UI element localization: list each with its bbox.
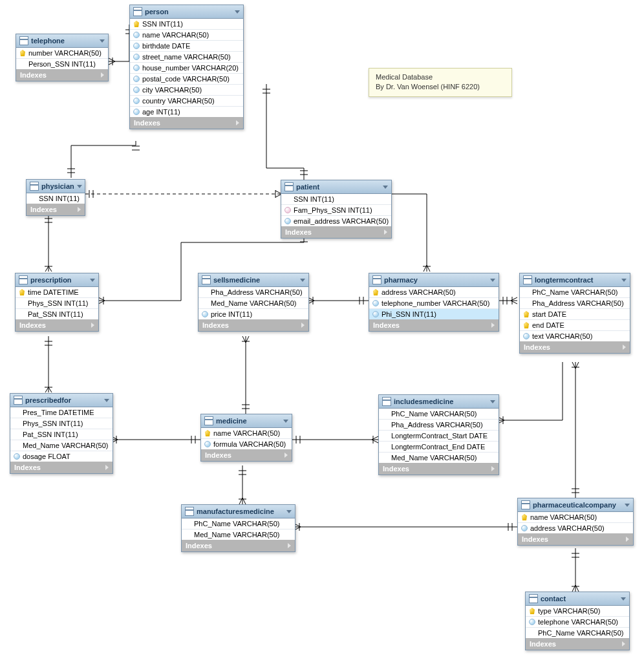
key-icon — [19, 289, 25, 295]
column-row[interactable]: Pha_Address VARCHAR(50) — [520, 298, 630, 309]
column-row[interactable]: Med_Name VARCHAR(50) — [182, 529, 295, 540]
entity-patient[interactable]: patientSSN INT(11)Fam_Phys_SSN INT(11)em… — [281, 180, 392, 239]
column-label: formula VARCHAR(50) — [213, 440, 286, 448]
blank-icon — [19, 61, 26, 67]
entity-title[interactable]: patient — [281, 180, 391, 194]
entity-manufacturesmedicine[interactable]: manufacturesmedicinePhC_Name VARCHAR(50)… — [181, 504, 295, 552]
entity-title[interactable]: pharmaceuticalcompany — [518, 498, 633, 512]
column-row[interactable]: Med_Name VARCHAR(50) — [10, 440, 113, 451]
entity-title[interactable]: sellsmedicine — [199, 273, 308, 287]
indexes-row[interactable]: Indexes — [281, 226, 391, 238]
entity-title[interactable]: physician — [27, 180, 85, 193]
indexes-row[interactable]: Indexes — [130, 117, 243, 129]
column-row[interactable]: postal_code VARCHAR(50) — [130, 74, 243, 85]
column-row[interactable]: Pres_Time DATETIME — [10, 407, 113, 418]
column-row[interactable]: LongtermContract_Start DATE — [379, 431, 499, 442]
column-row[interactable]: country VARCHAR(50) — [130, 96, 243, 107]
entity-title[interactable]: prescription — [16, 273, 98, 287]
entity-title[interactable]: contact — [526, 592, 629, 606]
column-row[interactable]: LongtermContract_End DATE — [379, 442, 499, 453]
column-row[interactable]: name VARCHAR(50) — [130, 30, 243, 41]
entity-title[interactable]: telephone — [16, 34, 108, 48]
column-row[interactable]: PhC_Name VARCHAR(50) — [526, 628, 629, 638]
entity-name: pharmacy — [384, 276, 418, 284]
table-icon — [523, 275, 532, 284]
column-row[interactable]: Pha_Address VARCHAR(50) — [379, 420, 499, 431]
entity-pharmacy[interactable]: pharmacyaddress VARCHAR(50)telephone_num… — [369, 273, 499, 332]
column-row[interactable]: Phi_SSN INT(11) — [369, 309, 499, 319]
entity-prescribedfor[interactable]: prescribedforPres_Time DATETIMEPhys_SSN … — [10, 393, 113, 474]
column-row[interactable]: name VARCHAR(50) — [201, 428, 292, 439]
column-row[interactable]: SSN INT(11) — [27, 193, 85, 204]
indexes-row[interactable]: Indexes — [27, 204, 85, 215]
indexes-row[interactable]: Indexes — [199, 319, 308, 331]
indexes-row[interactable]: Indexes — [520, 341, 630, 353]
column-row[interactable]: Phys_SSN INT(11) — [16, 298, 98, 309]
indexes-row[interactable]: Indexes — [526, 638, 629, 650]
column-row[interactable]: address VARCHAR(50) — [518, 523, 633, 533]
column-row[interactable]: time DATETIME — [16, 287, 98, 298]
entity-contact[interactable]: contacttype VARCHAR(50)telephone VARCHAR… — [525, 592, 630, 650]
column-row[interactable]: Med_Name VARCHAR(50) — [379, 453, 499, 463]
svg-line-53 — [511, 301, 517, 304]
entity-medicine[interactable]: medicinename VARCHAR(50)formula VARCHAR(… — [200, 414, 292, 462]
column-row[interactable]: SSN INT(11) — [281, 194, 391, 205]
column-row[interactable]: Fam_Phys_SSN INT(11) — [281, 205, 391, 216]
column-row[interactable]: name VARCHAR(50) — [518, 512, 633, 523]
entity-title[interactable]: includesmedicine — [379, 395, 499, 409]
column-row[interactable]: birthdate DATE — [130, 41, 243, 52]
column-row[interactable]: number VARCHAR(50) — [16, 48, 108, 59]
column-row[interactable]: Pat_SSN INT(11) — [10, 429, 113, 440]
blank-icon — [19, 300, 25, 306]
indexes-row[interactable]: Indexes — [16, 69, 108, 81]
column-row[interactable]: house_number VARCHAR(20) — [130, 63, 243, 74]
column-row[interactable]: age INT(11) — [130, 107, 243, 117]
column-row[interactable]: telephone VARCHAR(50) — [526, 617, 629, 628]
entity-person[interactable]: personSSN INT(11)name VARCHAR(50)birthda… — [129, 5, 244, 129]
entity-title[interactable]: longtermcontract — [520, 273, 630, 287]
entity-pharmaceuticalcompany[interactable]: pharmaceuticalcompanyname VARCHAR(50)add… — [517, 498, 634, 546]
indexes-row[interactable]: Indexes — [518, 533, 633, 545]
column-row[interactable]: PhC_Name VARCHAR(50) — [520, 287, 630, 298]
column-row[interactable]: Pha_Address VARCHAR(50) — [199, 287, 308, 298]
column-row[interactable]: street_name VARCHAR(50) — [130, 52, 243, 63]
column-row[interactable]: dosage FLOAT — [10, 451, 113, 462]
entity-longtermcontract[interactable]: longtermcontractPhC_Name VARCHAR(50)Pha_… — [519, 273, 630, 354]
column-row[interactable]: PhC_Name VARCHAR(50) — [379, 409, 499, 420]
column-row[interactable]: Pat_SSN INT(11) — [16, 309, 98, 319]
column-row[interactable]: SSN INT(11) — [130, 19, 243, 30]
indexes-row[interactable]: Indexes — [182, 540, 295, 551]
table-icon — [284, 182, 294, 191]
column-row[interactable]: Person_SSN INT(11) — [16, 59, 108, 69]
column-row[interactable]: PhC_Name VARCHAR(50) — [182, 518, 295, 529]
indexes-row[interactable]: Indexes — [369, 319, 499, 331]
column-row[interactable]: price INT(11) — [199, 309, 308, 319]
column-row[interactable]: city VARCHAR(50) — [130, 85, 243, 96]
column-row[interactable]: address VARCHAR(50) — [369, 287, 499, 298]
entity-sellsmedicine[interactable]: sellsmedicinePha_Address VARCHAR(50)Med_… — [198, 273, 309, 332]
column-row[interactable]: start DATE — [520, 309, 630, 320]
indexes-row[interactable]: Indexes — [379, 463, 499, 475]
column-row[interactable]: telephone_number VARCHAR(50) — [369, 298, 499, 309]
column-label: Fam_Phys_SSN INT(11) — [294, 206, 372, 214]
entity-telephone[interactable]: telephonenumber VARCHAR(50)Person_SSN IN… — [16, 34, 109, 81]
column-row[interactable]: email_address VARCHAR(50) — [281, 216, 391, 226]
column-row[interactable]: Med_Name VARCHAR(50) — [199, 298, 308, 309]
key-icon — [523, 311, 530, 317]
column-row[interactable]: formula VARCHAR(50) — [201, 439, 292, 449]
entity-title[interactable]: manufacturesmedicine — [182, 505, 295, 518]
column-row[interactable]: type VARCHAR(50) — [526, 606, 629, 617]
entity-title[interactable]: person — [130, 5, 243, 19]
entity-prescription[interactable]: prescriptiontime DATETIMEPhys_SSN INT(11… — [15, 273, 99, 332]
indexes-row[interactable]: Indexes — [16, 319, 98, 331]
column-row[interactable]: end DATE — [520, 320, 630, 331]
indexes-row[interactable]: Indexes — [201, 449, 292, 461]
entity-physician[interactable]: physicianSSN INT(11)Indexes — [26, 179, 85, 216]
entity-title[interactable]: medicine — [201, 414, 292, 428]
entity-title[interactable]: prescribedfor — [10, 394, 113, 407]
column-row[interactable]: text VARCHAR(50) — [520, 331, 630, 341]
column-row[interactable]: Phys_SSN INT(11) — [10, 418, 113, 429]
indexes-row[interactable]: Indexes — [10, 462, 113, 473]
entity-title[interactable]: pharmacy — [369, 273, 499, 287]
entity-includesmedicine[interactable]: includesmedicinePhC_Name VARCHAR(50)Pha_… — [378, 394, 499, 475]
